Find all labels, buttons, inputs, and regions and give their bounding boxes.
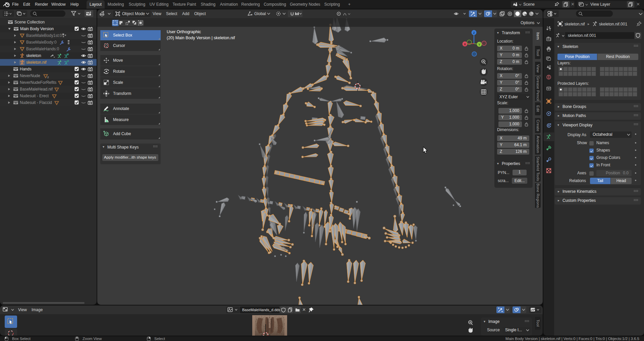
svg-text:X: X — [464, 43, 466, 46]
svg-text:Y: Y — [478, 43, 480, 46]
svg-text:2: 2 — [47, 76, 49, 79]
svg-text:Z: Z — [473, 31, 475, 35]
